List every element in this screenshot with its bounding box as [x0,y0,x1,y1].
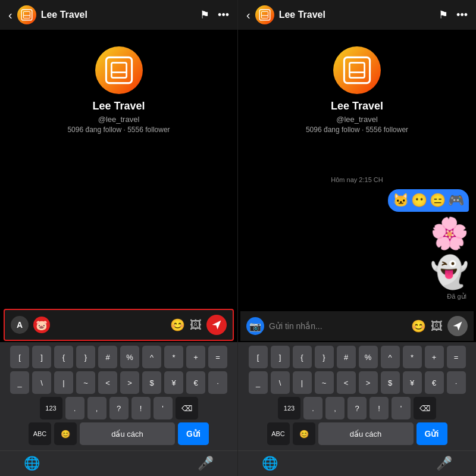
rkey-send[interactable]: Gửi [416,422,447,445]
right-profile: Lee Travel @lee_travel 5096 đang follow … [238,30,476,143]
rkey-euro[interactable]: € [425,371,444,394]
key-caret[interactable]: ^ [142,346,161,368]
left-key-row-2: _ \ | ~ < > $ ¥ € · [2,371,235,394]
rkey-pct[interactable]: % [359,346,378,368]
rkey-pipe[interactable]: | [293,371,312,394]
key-lb[interactable]: [ [10,346,29,368]
right-emoji-bubble: 🐱 😶 😑 🎮 [388,189,469,212]
rkey-tilde[interactable]: ~ [315,371,334,394]
rkey-comma[interactable]: , [325,397,345,419]
svg-rect-3 [106,57,131,83]
rkey-abc[interactable]: ABC [267,422,290,445]
rkey-caret[interactable]: ^ [381,346,400,368]
left-send-button[interactable] [206,315,227,335]
key-plus[interactable]: + [186,346,205,368]
key-underscore[interactable]: _ [10,371,29,394]
rkey-123[interactable]: 123 [278,397,300,419]
rkey-apostrophe[interactable]: ' [392,397,411,419]
rkey-space[interactable]: dấu cách [318,422,414,445]
key-rcb[interactable]: } [76,346,95,368]
key-emoji[interactable]: 😊 [54,422,77,445]
right-camera-button[interactable]: 📷 [246,317,264,335]
key-rb[interactable]: ] [32,346,51,368]
left-profile-stats: 5096 đang follow · 5556 follower [67,126,170,134]
key-hash[interactable]: # [98,346,117,368]
right-more-icon[interactable]: ••• [456,9,468,21]
right-sticker1-row: 🌸 [245,215,469,252]
key-yen[interactable]: ¥ [164,371,183,394]
key-period[interactable]: . [65,397,84,419]
rkey-eq[interactable]: = [447,346,466,368]
rkey-lt[interactable]: < [337,371,356,394]
key-euro[interactable]: € [186,371,205,394]
rkey-period[interactable]: . [303,397,322,419]
right-send-button[interactable] [447,316,468,336]
rkey-dollar[interactable]: $ [381,371,400,394]
key-123[interactable]: 123 [40,397,62,419]
right-key-row-2: _ \ | ~ < > $ ¥ € · [240,371,474,394]
right-header: ‹ Lee Travel ⚑ ••• [238,0,476,30]
rkey-exclaim[interactable]: ! [369,397,389,419]
left-input-bar: A 🐷 😊 🖼 [4,309,234,341]
key-tilde[interactable]: ~ [76,371,95,394]
right-image-button[interactable]: 🖼 [431,320,443,333]
left-input-a-button[interactable]: A [11,316,29,334]
key-exclaim[interactable]: ! [131,397,151,419]
rkey-lcb[interactable]: { [293,346,312,368]
rkey-rcb[interactable]: } [315,346,334,368]
right-back-button[interactable]: ‹ [246,8,250,22]
rkey-underscore[interactable]: _ [249,371,268,394]
left-messages-area [0,143,237,308]
key-lt[interactable]: < [98,371,117,394]
left-emoji-button[interactable]: 😊 [170,318,185,332]
key-abc[interactable]: ABC [29,422,51,445]
rkey-hash[interactable]: # [337,346,356,368]
key-comma[interactable]: , [87,397,107,419]
key-send[interactable]: Gửi [178,422,209,445]
left-message-input[interactable] [55,320,165,330]
key-star[interactable]: * [164,346,183,368]
rkey-question[interactable]: ? [347,397,367,419]
rkey-backspace[interactable]: ⌫ [414,397,436,419]
key-backspace[interactable]: ⌫ [176,397,198,419]
left-mic-icon[interactable]: 🎤 [198,456,214,471]
left-back-button[interactable]: ‹ [8,8,12,22]
key-pipe[interactable]: | [54,371,73,394]
left-bottom-bar: 🌐 🎤 [0,450,237,476]
left-flag-icon[interactable]: ⚑ [200,8,209,21]
right-flag-icon[interactable]: ⚑ [439,8,448,21]
rkey-yen[interactable]: ¥ [403,371,422,394]
rkey-plus[interactable]: + [425,346,444,368]
right-globe-icon[interactable]: 🌐 [262,456,278,471]
left-sticker-button[interactable]: 🐷 [33,317,50,333]
key-question[interactable]: ? [109,397,129,419]
key-dollar[interactable]: $ [142,371,161,394]
key-apostrophe[interactable]: ' [154,397,173,419]
right-keyboard: [ ] { } # % ^ * + = _ \ | ~ < > $ ¥ € · … [238,342,476,450]
key-gt[interactable]: > [120,371,139,394]
rkey-backslash[interactable]: \ [271,371,290,394]
left-header-avatar [17,5,36,24]
rkey-rb[interactable]: ] [271,346,290,368]
key-space[interactable]: dấu cách [80,422,175,445]
right-emoji-button[interactable]: 😊 [411,319,426,333]
rkey-gt[interactable]: > [359,371,378,394]
left-panel: ‹ Lee Travel ⚑ ••• Lee Travel @lee_trave… [0,0,238,476]
rkey-emoji[interactable]: 😊 [293,422,315,445]
right-message-input[interactable] [269,321,406,331]
rkey-star[interactable]: * [403,346,422,368]
key-backslash[interactable]: \ [32,371,51,394]
left-image-button[interactable]: 🖼 [190,318,202,332]
left-globe-icon[interactable]: 🌐 [24,456,40,471]
rkey-lb[interactable]: [ [249,346,268,368]
left-more-icon[interactable]: ••• [218,9,229,21]
key-pct[interactable]: % [120,346,139,368]
left-profile-handle: @lee_travel [98,115,140,124]
key-eq[interactable]: = [208,346,227,368]
key-lcb[interactable]: { [54,346,73,368]
right-mic-icon[interactable]: 🎤 [436,456,452,471]
right-sent-label: Đã gửi [245,293,469,300]
right-profile-handle: @lee_travel [336,115,378,124]
rkey-dot-mid[interactable]: · [447,371,466,394]
key-dot-mid[interactable]: · [208,371,227,394]
